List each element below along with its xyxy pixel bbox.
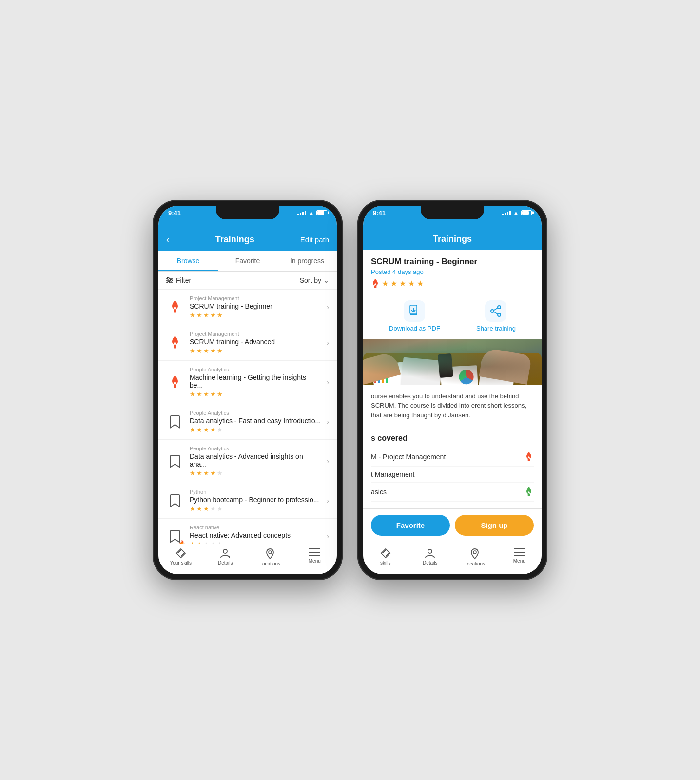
bottom-nav: skills Details Locat — [363, 544, 542, 574]
list-item[interactable]: People Analytics Data analytics - Fast a… — [158, 404, 337, 440]
page-title: Trainings — [433, 234, 472, 244]
signup-button[interactable]: Sign up — [455, 515, 534, 536]
item-category: People Analytics — [190, 367, 321, 372]
item-content: People Analytics Machine learning - Gett… — [190, 367, 321, 398]
chevron-right-icon: › — [327, 339, 329, 347]
diamond-icon — [380, 548, 391, 559]
download-label: Download as PDF — [389, 325, 440, 332]
tab-in-progress[interactable]: In progress — [277, 251, 337, 271]
chevron-right-icon: › — [327, 303, 329, 311]
svg-line-20 — [494, 312, 498, 314]
nav-menu[interactable]: Menu — [497, 548, 542, 566]
nav-details[interactable]: Details — [203, 548, 248, 566]
nav-label-details: Details — [218, 560, 233, 566]
item-icon — [166, 298, 184, 316]
filter-button[interactable]: Filter — [166, 276, 191, 284]
nav-label-skills: Your skills — [170, 560, 192, 566]
sort-label: Sort by — [300, 276, 321, 284]
share-training-button[interactable]: Share training — [476, 300, 516, 332]
item-stars: ★ ★ ★ ★ ★ — [190, 505, 321, 512]
favorite-button[interactable]: Favorite — [371, 515, 450, 536]
chevron-right-icon: › — [327, 497, 329, 505]
detail-bottom-actions: Favorite Sign up — [363, 508, 542, 544]
item-stars: ★ ★ ★ ★ ★ — [190, 390, 321, 398]
status-icons: ▲ — [297, 210, 327, 215]
svg-point-5 — [168, 281, 170, 283]
svg-point-4 — [170, 279, 172, 281]
flame-orange-icon — [524, 451, 534, 462]
item-content: People Analytics Data analytics - Fast a… — [190, 410, 321, 433]
item-icon — [166, 373, 184, 391]
bookmark-icon — [170, 494, 180, 507]
list-item[interactable]: People Analytics Machine learning - Gett… — [158, 361, 337, 404]
nav-locations[interactable]: Locations — [248, 548, 292, 566]
chevron-right-icon: › — [327, 418, 329, 426]
nav-label-locations: Locations — [259, 561, 280, 566]
item-content: Python Python bootcamp - Beginner to pro… — [190, 489, 321, 512]
wifi-icon: ▲ — [309, 210, 314, 215]
list-item[interactable]: People Analytics Data analytics - Advanc… — [158, 440, 337, 483]
skills-title: s covered — [371, 434, 534, 443]
nav-skills[interactable]: skills — [363, 548, 408, 566]
list-item[interactable]: Project Management SCRUM training - Begi… — [158, 290, 337, 325]
detail-stars: ★ ★ ★ ★ ★ — [371, 278, 534, 288]
item-name: SCRUM training - Advanced — [190, 338, 321, 346]
bottom-nav: Your skills Details Locations — [158, 544, 337, 574]
list-item[interactable]: Python Python bootcamp - Beginner to pro… — [158, 483, 337, 519]
phone-list-view: 9:41 ▲ — [153, 200, 343, 580]
item-icon — [166, 452, 184, 470]
notch — [421, 206, 484, 219]
tab-browse[interactable]: Browse — [158, 251, 218, 271]
back-button[interactable]: ‹ — [166, 234, 170, 245]
sort-button[interactable]: Sort by ⌄ — [300, 276, 329, 284]
location-icon — [265, 548, 275, 560]
phone-detail-view: 9:41 ▲ — [357, 200, 547, 580]
battery-icon — [316, 210, 327, 215]
svg-point-17 — [491, 310, 494, 312]
notch — [216, 206, 279, 219]
item-stars: ★ ★ ★ ★ ★ — [190, 347, 321, 354]
list-item[interactable]: 🔥 React native React native: Advanced co… — [158, 519, 337, 544]
nav-details[interactable]: Details — [408, 548, 453, 566]
flame-icon — [371, 278, 380, 288]
svg-line-19 — [494, 308, 498, 311]
filter-label: Filter — [176, 276, 191, 284]
svg-point-8 — [223, 549, 227, 553]
share-icon — [489, 305, 502, 317]
detail-header: SCRUM training - Beginner Posted 4 days … — [363, 250, 542, 293]
item-category: React native — [190, 525, 321, 530]
item-category: Python — [190, 489, 321, 495]
nav-label-details: Details — [423, 560, 438, 566]
nav-label-menu: Menu — [309, 558, 321, 564]
location-icon — [469, 548, 480, 560]
list-item[interactable]: Project Management SCRUM training - Adva… — [158, 325, 337, 361]
item-category: People Analytics — [190, 410, 321, 416]
share-label: Share training — [476, 325, 516, 332]
skill-name: t Management — [371, 470, 415, 478]
item-stars: ★ ★ ★ ★ ★ — [190, 426, 321, 433]
item-content: React native React native: Advanced conc… — [190, 525, 321, 544]
item-category: People Analytics — [190, 446, 321, 451]
item-name: Python bootcamp - Beginner to professio.… — [190, 496, 321, 504]
share-icon — [485, 300, 506, 322]
item-stars: ★ ★ ★ ★ ★ — [190, 312, 321, 319]
filter-bar: Filter Sort by ⌄ — [158, 272, 337, 290]
nav-menu[interactable]: Menu — [292, 548, 337, 566]
item-name: Machine learning - Getting the insights … — [190, 373, 321, 389]
download-icon — [404, 300, 425, 322]
skills-section: s covered M - Project Management t Manag… — [363, 427, 542, 508]
item-content: People Analytics Data analytics - Advanc… — [190, 446, 321, 477]
nav-locations[interactable]: Locations — [452, 548, 497, 566]
nav-your-skills[interactable]: Your skills — [158, 548, 203, 566]
item-icon — [166, 334, 184, 351]
training-description: ourse enables you to understand and use … — [363, 385, 542, 428]
tab-favorite[interactable]: Favorite — [218, 251, 277, 271]
item-content: Project Management SCRUM training - Begi… — [190, 295, 321, 319]
edit-path-button[interactable]: Edit path — [300, 235, 329, 244]
signal-icon — [297, 210, 306, 215]
training-list: Project Management SCRUM training - Begi… — [158, 290, 337, 544]
wifi-icon: ▲ — [513, 210, 519, 215]
download-pdf-button[interactable]: Download as PDF — [389, 300, 440, 332]
svg-point-18 — [498, 313, 501, 316]
page-title: Trainings — [215, 234, 254, 245]
